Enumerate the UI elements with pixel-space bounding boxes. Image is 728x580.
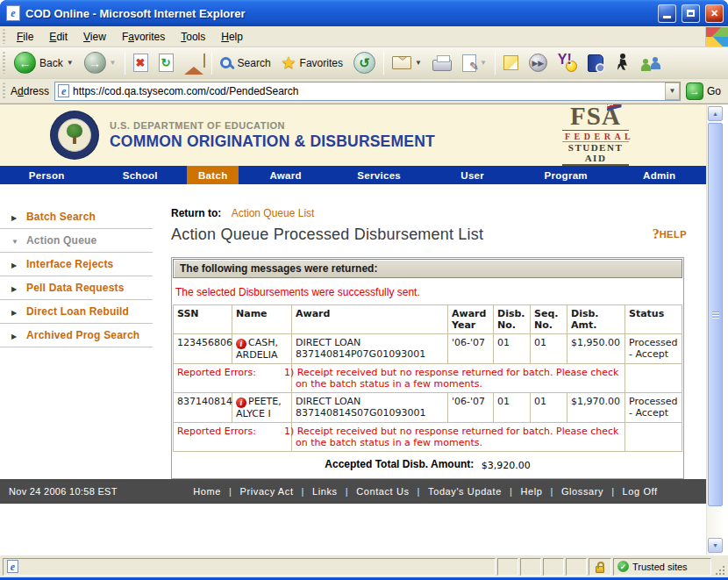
- chevron-right-icon: ▶: [11, 214, 19, 222]
- col-header-disb-amt: Disb. Amt.: [567, 305, 625, 334]
- return-to-link[interactable]: Action Queue List: [232, 207, 315, 219]
- browser-viewport: U.S. DEPARTMENT OF EDUCATION COMMON ORIG…: [0, 104, 728, 555]
- footer-link-todays-update[interactable]: Today's Update: [420, 486, 510, 497]
- nav-tab-person[interactable]: Person: [0, 166, 94, 184]
- nav-tab-services[interactable]: Services: [332, 166, 426, 184]
- page-favicon: e: [58, 84, 69, 97]
- scrollbar-up-button[interactable]: ▲: [708, 106, 723, 121]
- toolbar-separator: [383, 52, 384, 75]
- footer-link-home[interactable]: Home: [185, 486, 229, 497]
- reported-errors-row: Reported Errors: 1) Receipt received but…: [174, 423, 682, 452]
- drag-handle[interactable]: [3, 82, 5, 99]
- vertical-scrollbar[interactable]: ▲ ▼: [706, 104, 723, 555]
- drag-handle[interactable]: [3, 29, 5, 43]
- fsa-logo: FSA FEDERAL STUDENT AID: [562, 104, 629, 166]
- sidebar-item-interface-rejects[interactable]: ▶ Interface Rejects: [0, 253, 153, 276]
- nav-tab-batch[interactable]: Batch: [187, 166, 239, 184]
- drag-handle[interactable]: [3, 52, 5, 74]
- footer-link-help[interactable]: Help: [512, 486, 550, 497]
- menu-tools[interactable]: Tools: [173, 28, 213, 46]
- favorites-button[interactable]: ★ Favorites: [276, 50, 348, 76]
- address-dropdown-button[interactable]: ▼: [665, 82, 680, 100]
- sidebar-item-pell-data-requests[interactable]: ▶ Pell Data Requests: [0, 276, 153, 300]
- status-bar: e ✓ Trusted sites: [0, 555, 728, 577]
- research-button[interactable]: [582, 50, 609, 76]
- menu-favorites[interactable]: Favorites: [114, 28, 173, 46]
- footer-link-privacy-act[interactable]: Privacy Act: [232, 486, 302, 497]
- col-header-status: Status: [625, 305, 682, 334]
- messages-panel: The following messages were returned: Th…: [171, 257, 684, 479]
- mail-dropdown-chevron-icon[interactable]: ▼: [415, 59, 422, 67]
- browser-window: e COD Online - Microsoft Internet Explor…: [0, 0, 728, 580]
- footer-link-links[interactable]: Links: [304, 486, 346, 497]
- award-year-cell: '06-'07: [448, 334, 494, 364]
- status-pane: [543, 558, 564, 576]
- sticky-note-button[interactable]: [498, 50, 524, 76]
- menu-view[interactable]: View: [75, 28, 114, 46]
- maximize-button[interactable]: [682, 4, 700, 23]
- scrollbar-down-button[interactable]: ▼: [708, 538, 723, 553]
- home-button[interactable]: [179, 50, 209, 76]
- note-icon: [503, 55, 518, 70]
- back-button[interactable]: ← Back ▼: [9, 50, 79, 76]
- menu-edit[interactable]: Edit: [41, 28, 75, 46]
- menu-help[interactable]: Help: [213, 28, 251, 46]
- address-url[interactable]: https://cod.qa.tsysecom.com/cod/PendedSe…: [73, 85, 661, 97]
- edit-button[interactable]: ▼: [457, 50, 492, 76]
- award-cell: DIRECT LOAN 837140814P07G01093001: [292, 334, 448, 364]
- contacts-button[interactable]: [635, 50, 667, 76]
- main-panel: Return to: Action Queue List Action Queu…: [165, 184, 706, 479]
- mail-button[interactable]: ▼: [387, 50, 427, 76]
- footer-link-glossary[interactable]: Glossary: [553, 486, 611, 497]
- stop-button[interactable]: ✖: [128, 50, 153, 76]
- dept-of-education-seal-icon: [51, 111, 98, 159]
- search-label: Search: [238, 57, 271, 69]
- resize-grip[interactable]: [713, 558, 725, 576]
- messenger-button[interactable]: [609, 50, 635, 76]
- security-zone-pane[interactable]: ✓ Trusted sites: [613, 558, 711, 576]
- search-button[interactable]: Search: [215, 50, 276, 76]
- refresh-button[interactable]: ↻: [153, 50, 179, 76]
- status-pane: [566, 558, 587, 576]
- address-input[interactable]: e https://cod.qa.tsysecom.com/cod/Pended…: [54, 82, 681, 101]
- go-button[interactable]: → Go: [681, 81, 728, 102]
- footer-link-log-off[interactable]: Log Off: [615, 486, 666, 497]
- nav-tab-admin[interactable]: Admin: [612, 166, 706, 184]
- fsa-student-aid: STUDENT AID: [562, 141, 629, 166]
- history-button[interactable]: ↺: [348, 50, 381, 76]
- help-button[interactable]: ? HELP: [653, 226, 687, 242]
- yahoo-messenger-button[interactable]: Y!: [553, 50, 582, 76]
- trusted-check-icon: ✓: [617, 561, 629, 572]
- forward-button[interactable]: → ▼: [79, 50, 122, 76]
- minimize-icon: [663, 16, 671, 18]
- scrollbar-thumb[interactable]: [708, 123, 723, 506]
- info-icon[interactable]: i: [236, 339, 246, 349]
- close-button[interactable]: ✕: [705, 4, 724, 23]
- table-row: 123456806 iCASH, ARDELIA DIRECT LOAN 837…: [174, 334, 682, 364]
- footer-link-contact-us[interactable]: Contact Us: [348, 486, 417, 497]
- stop-icon: ✖: [133, 54, 148, 72]
- sidebar-item-archived-prog-search[interactable]: ▶ Archived Prog Search: [0, 324, 153, 347]
- page-title: Action Queue Processed Disbursement List: [171, 226, 687, 244]
- nav-tab-program[interactable]: Program: [519, 166, 613, 184]
- nav-tab-school[interactable]: School: [94, 166, 188, 184]
- name-cell: iPEETE, ALYCE I: [232, 393, 292, 423]
- agency-name: U.S. DEPARTMENT OF EDUCATION: [110, 120, 435, 131]
- chevron-right-icon: ▶: [11, 261, 19, 269]
- forward-icon: →: [84, 52, 106, 74]
- go-label: Go: [707, 85, 721, 97]
- document-done-icon: e: [7, 560, 18, 573]
- sidebar-item-direct-loan-rebuild[interactable]: ▶ Direct Loan Rebuild: [0, 300, 153, 324]
- menu-file[interactable]: File: [9, 28, 41, 46]
- media-button[interactable]: ▶▶: [524, 50, 553, 76]
- minimize-button[interactable]: [658, 4, 676, 23]
- info-icon[interactable]: i: [236, 397, 246, 408]
- nav-tab-user[interactable]: User: [425, 166, 519, 184]
- print-button[interactable]: [427, 50, 457, 76]
- sidebar-item-action-queue[interactable]: ▼ Action Queue: [0, 229, 153, 253]
- sidebar-item-batch-search[interactable]: ▶ Batch Search: [0, 205, 153, 229]
- security-zone-label: Trusted sites: [632, 562, 688, 572]
- nav-tab-award[interactable]: Award: [239, 166, 332, 184]
- site-banner: U.S. DEPARTMENT OF EDUCATION COMMON ORIG…: [0, 104, 706, 166]
- back-dropdown-chevron-icon[interactable]: ▼: [67, 59, 74, 67]
